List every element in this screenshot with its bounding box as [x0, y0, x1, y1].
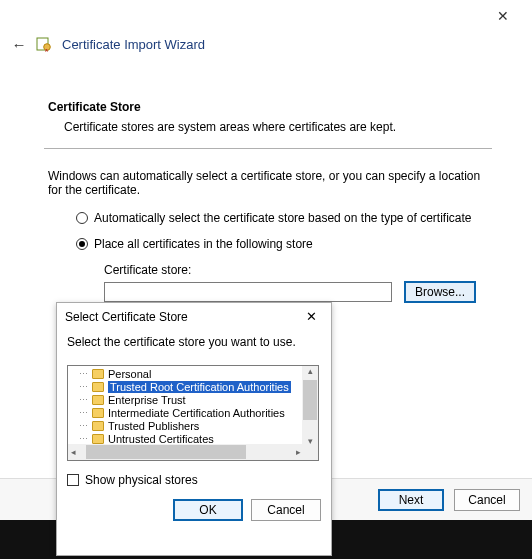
store-field: Certificate store: Browse...	[104, 263, 488, 303]
folder-icon	[92, 408, 104, 418]
close-icon[interactable]: ✕	[299, 307, 323, 327]
radio-auto-label: Automatically select the certificate sto…	[94, 211, 472, 225]
folder-icon	[92, 421, 104, 431]
tree-connector-icon: ⋯	[78, 369, 88, 379]
next-button[interactable]: Next	[378, 489, 444, 511]
tree-connector-icon: ⋯	[78, 382, 88, 392]
tree-item-label: Enterprise Trust	[108, 394, 186, 406]
cancel-button[interactable]: Cancel	[454, 489, 520, 511]
horizontal-scrollbar[interactable]: ◂ ▸	[68, 444, 319, 460]
tree-item-label: Trusted Publishers	[108, 420, 199, 432]
certificate-icon	[36, 36, 52, 52]
radio-manual-label: Place all certificates in the following …	[94, 237, 313, 251]
back-arrow-icon[interactable]: ←	[12, 37, 26, 51]
dialog-title: Select Certificate Store	[65, 310, 188, 324]
vertical-scrollbar[interactable]: ▴ ▾	[302, 366, 318, 446]
tree-items: ⋯ Personal ⋯ Trusted Root Certification …	[68, 366, 304, 446]
radio-auto[interactable]: Automatically select the certificate sto…	[76, 211, 488, 225]
tree-item[interactable]: ⋯ Intermediate Certification Authorities	[68, 406, 304, 419]
scroll-right-icon[interactable]: ▸	[296, 447, 319, 457]
browse-button[interactable]: Browse...	[404, 281, 476, 303]
radio-group: Automatically select the certificate sto…	[76, 211, 488, 251]
tree-item[interactable]: ⋯ Personal	[68, 367, 304, 380]
wizard-body: Certificate Store Certificate stores are…	[48, 100, 488, 303]
store-label: Certificate store:	[104, 263, 488, 277]
scrollbar-thumb[interactable]	[86, 445, 246, 459]
section-description: Certificate stores are system areas wher…	[64, 120, 488, 134]
close-icon[interactable]: ✕	[488, 6, 518, 26]
checkbox-icon	[67, 474, 79, 486]
radio-icon	[76, 212, 88, 224]
tree-item[interactable]: ⋯ Enterprise Trust	[68, 393, 304, 406]
radio-manual[interactable]: Place all certificates in the following …	[76, 237, 488, 251]
explain-text: Windows can automatically select a certi…	[48, 169, 488, 197]
show-physical-stores-checkbox[interactable]: Show physical stores	[67, 473, 321, 487]
tree-item-label: Personal	[108, 368, 151, 380]
dialog-titlebar: Select Certificate Store ✕	[57, 303, 331, 331]
tree-connector-icon: ⋯	[78, 395, 88, 405]
scrollbar-thumb[interactable]	[303, 380, 317, 420]
folder-icon	[92, 434, 104, 444]
tree-connector-icon: ⋯	[78, 434, 88, 444]
select-store-dialog: Select Certificate Store ✕ Select the ce…	[56, 302, 332, 556]
tree-connector-icon: ⋯	[78, 421, 88, 431]
folder-icon	[92, 395, 104, 405]
dialog-buttons: OK Cancel	[57, 487, 331, 531]
scroll-left-icon[interactable]: ◂	[68, 447, 76, 457]
tree-item-label: Trusted Root Certification Authorities	[108, 381, 291, 393]
tree-item-label: Untrusted Certificates	[108, 433, 214, 445]
ok-button[interactable]: OK	[173, 499, 243, 521]
store-input[interactable]	[104, 282, 392, 302]
folder-icon	[92, 369, 104, 379]
tree-item[interactable]: ⋯ Trusted Publishers	[68, 419, 304, 432]
tree-connector-icon: ⋯	[78, 408, 88, 418]
tree-item[interactable]: ⋯ Trusted Root Certification Authorities	[68, 380, 304, 393]
dialog-description: Select the certificate store you want to…	[67, 335, 321, 349]
section-title: Certificate Store	[48, 100, 488, 114]
divider	[44, 148, 492, 149]
show-physical-label: Show physical stores	[85, 473, 198, 487]
tree-item-label: Intermediate Certification Authorities	[108, 407, 285, 419]
folder-icon	[92, 382, 104, 392]
wizard-header: ← Certificate Import Wizard	[12, 36, 205, 52]
radio-icon	[76, 238, 88, 250]
wizard-title: Certificate Import Wizard	[62, 37, 205, 52]
scroll-up-icon[interactable]: ▴	[308, 366, 313, 376]
cancel-button[interactable]: Cancel	[251, 499, 321, 521]
store-tree[interactable]: ⋯ Personal ⋯ Trusted Root Certification …	[67, 365, 319, 461]
